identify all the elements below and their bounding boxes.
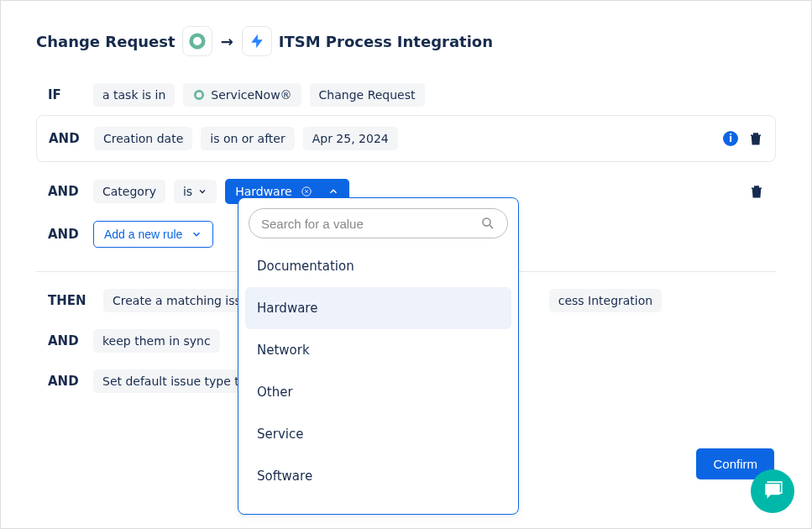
rule-header: Change Request → ITSM Process Integratio… bbox=[36, 26, 776, 56]
chip-operator[interactable]: is on or after bbox=[201, 127, 294, 150]
chip-app[interactable]: ServiceNow® bbox=[183, 83, 301, 107]
search-input[interactable] bbox=[261, 217, 474, 231]
keyword-and: AND bbox=[48, 374, 85, 389]
add-rule-button[interactable]: Add a new rule bbox=[93, 221, 213, 248]
target-app-icon bbox=[242, 26, 272, 56]
chip-action-tail[interactable]: cess Integration bbox=[549, 289, 663, 312]
svg-point-3 bbox=[483, 218, 490, 226]
chevron-down-icon bbox=[191, 228, 202, 240]
keyword-and: AND bbox=[48, 184, 85, 199]
svg-point-1 bbox=[196, 91, 203, 98]
dropdown-option-selected[interactable]: Hardware bbox=[245, 287, 511, 329]
chip-object[interactable]: Change Request bbox=[310, 83, 425, 107]
source-app-icon bbox=[182, 26, 212, 56]
keyword-and: AND bbox=[49, 131, 86, 146]
info-icon[interactable]: i bbox=[723, 131, 738, 146]
chip-field[interactable]: Category bbox=[93, 180, 165, 203]
target-label: ITSM Process Integration bbox=[279, 33, 493, 50]
dropdown-option[interactable]: Other bbox=[242, 371, 515, 413]
value-dropdown: Documentation Hardware Network Other Ser… bbox=[238, 197, 519, 515]
chip-field[interactable]: Creation date bbox=[94, 127, 192, 150]
chevron-up-icon bbox=[327, 186, 339, 197]
keyword-and: AND bbox=[48, 333, 85, 348]
chevron-down-icon bbox=[197, 186, 207, 196]
dropdown-option[interactable]: Software bbox=[242, 455, 515, 497]
dropdown-option[interactable]: Documentation bbox=[242, 245, 515, 287]
chat-widget[interactable] bbox=[751, 469, 794, 513]
keyword-and: AND bbox=[48, 227, 85, 242]
servicenow-icon bbox=[192, 88, 206, 102]
chat-icon bbox=[762, 480, 783, 502]
dropdown-search[interactable] bbox=[249, 208, 508, 238]
rule-row-if: IF a task is in ServiceNow® Change Reque… bbox=[36, 75, 776, 115]
search-icon bbox=[480, 216, 495, 231]
dropdown-option[interactable]: Service bbox=[242, 413, 515, 455]
chip-condition[interactable]: a task is in bbox=[93, 83, 175, 107]
chip-action[interactable]: Set default issue type to bbox=[93, 369, 255, 393]
rule-row-creation-date[interactable]: AND Creation date is on or after Apr 25,… bbox=[36, 115, 776, 162]
keyword-then: THEN bbox=[48, 293, 95, 308]
trash-icon[interactable] bbox=[749, 184, 764, 199]
clear-icon[interactable] bbox=[301, 186, 312, 197]
chip-action[interactable]: keep them in sync bbox=[93, 329, 220, 353]
dropdown-option[interactable]: Network bbox=[242, 329, 515, 371]
trash-icon[interactable] bbox=[748, 131, 763, 146]
keyword-if: IF bbox=[48, 87, 85, 102]
source-label: Change Request bbox=[36, 33, 175, 50]
arrow-right-icon: → bbox=[219, 33, 235, 50]
svg-point-0 bbox=[191, 35, 203, 48]
chip-operator[interactable]: is bbox=[174, 180, 217, 203]
chip-value[interactable]: Apr 25, 2024 bbox=[303, 127, 398, 150]
